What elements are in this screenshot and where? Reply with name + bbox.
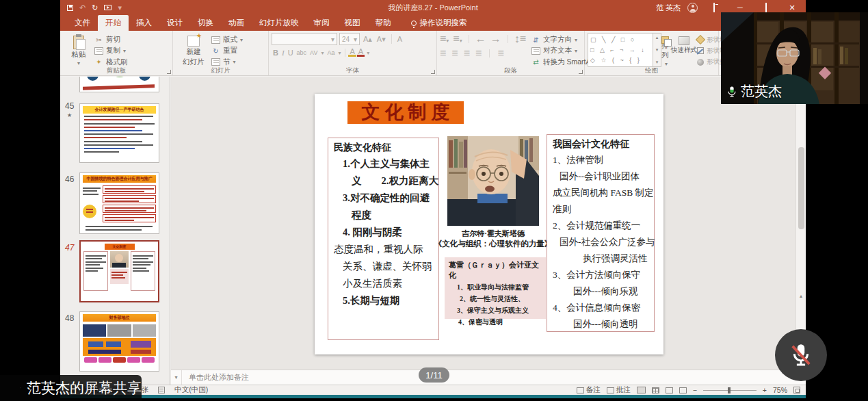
normal-view-icon[interactable]: [637, 387, 646, 393]
account-avatar[interactable]: [687, 3, 698, 13]
china-accounting-culture-textbox[interactable]: 我国会计文化特征 1、法律管制 国外--会计职业团体 成立民间机构 FASB 制…: [547, 134, 655, 332]
previous-slide-icon[interactable]: ▴: [800, 293, 802, 299]
thumbnail-slide-44-partial[interactable]: [79, 77, 159, 92]
vertical-scrollbar[interactable]: ▴ ▴ ▾: [795, 77, 806, 370]
italic-button[interactable]: I: [280, 49, 286, 57]
slideshow-view-icon[interactable]: [679, 387, 687, 393]
microphone-muted-button[interactable]: [775, 329, 827, 381]
group-label-font: 字体: [269, 66, 436, 75]
shapes-gallery-scrollbar[interactable]: ▴ ▾ ▾: [653, 33, 661, 67]
status-bar: 幻灯片 第 47 张, 共 48 张 中文(中国) 备注 批注 − + 75%: [60, 385, 806, 395]
shapes-scroll-down-icon: ▾: [656, 47, 659, 53]
increase-indent-button[interactable]: →: [490, 33, 501, 45]
thumbnail-45-title: 会计发展路径—产学研结合: [83, 106, 156, 114]
group-label-slides: 幻灯片: [173, 66, 268, 75]
thumbnail-slide-46[interactable]: 中国情境的特色管理会计应用与推广: [79, 172, 159, 234]
thumbnail-48-diagram: [83, 338, 156, 356]
tab-file[interactable]: 文件: [67, 15, 98, 31]
notes-collapse-button[interactable]: ▾: [171, 370, 182, 385]
change-case-button[interactable]: Aa: [326, 49, 336, 56]
arrange-button[interactable]: 排列 ▾: [661, 33, 671, 67]
tell-me-search[interactable]: 操作说明搜索: [411, 15, 467, 31]
language-text[interactable]: 中文(中国): [174, 385, 208, 395]
mic-active-icon: [21, 380, 21, 396]
format-painter-icon: ✦: [94, 58, 103, 66]
page-indicator-badge: 1/11: [419, 367, 449, 383]
comments-toggle-button[interactable]: 批注: [607, 385, 631, 395]
character-spacing-button[interactable]: AV: [308, 49, 319, 56]
align-center-button[interactable]: ≡: [451, 47, 458, 60]
slide-canvas[interactable]: 文化制度 民族文化特征 1.个人主义与集体主 义 2.权力距离大 3.对不确定性…: [315, 94, 663, 354]
thumbnail-slide-45[interactable]: 会计发展路径—产学研结合: [79, 103, 159, 163]
format-painter-button[interactable]: ✦ 格式刷: [94, 57, 128, 67]
section-button[interactable]: 节 ▾: [211, 57, 243, 67]
ribbon-display-options-button[interactable]: [705, 0, 724, 15]
zoom-in-button[interactable]: +: [763, 386, 767, 394]
close-button[interactable]: ✕: [782, 0, 802, 15]
grow-font-button[interactable]: A▴: [362, 35, 373, 44]
gray-subculture-box[interactable]: 葛雷（Ｇｒａｙ）会计亚文化 1、职业导向与法律监管 2、统一性与灵活性、 3、保…: [445, 257, 546, 319]
slide-title-banner[interactable]: 文化制度: [347, 101, 464, 124]
shrink-font-button[interactable]: A▾: [376, 35, 387, 44]
zoom-slider[interactable]: [703, 390, 757, 391]
minimize-button[interactable]: ─: [731, 0, 750, 15]
thumbnail-47-body: [81, 251, 158, 291]
screen-share-text: 范英杰的屏幕共享: [27, 378, 142, 398]
thumbnail-46-title: 中国情境的特色管理会计应用与推广: [83, 175, 156, 183]
decrease-indent-button[interactable]: ←: [475, 33, 486, 45]
tab-review[interactable]: 审阅: [306, 15, 337, 31]
hofstede-photo[interactable]: [447, 136, 539, 226]
maximize-button[interactable]: [757, 0, 776, 15]
left-box-line: 义 2.权力距离大: [352, 172, 433, 190]
new-slide-button[interactable]: 新建 幻灯片: [176, 33, 211, 67]
columns-button[interactable]: ≡: [497, 47, 503, 60]
zoom-out-button[interactable]: −: [693, 386, 697, 394]
webcam-video-tile[interactable]: 范英杰: [721, 12, 868, 104]
scrollbar-thumb[interactable]: [798, 147, 804, 229]
clear-formatting-button[interactable]: A: [396, 35, 404, 43]
shapes-gallery[interactable]: ▢ ╲ ╱ □ ○ □ △ ⌐ ¬ → ↓ ◇ ☆ ( ~ { }: [588, 33, 653, 67]
tab-animations[interactable]: 动画: [221, 15, 252, 31]
layout-button[interactable]: 版式 ▾: [211, 35, 243, 44]
slide-sorter-view-icon[interactable]: [652, 387, 659, 393]
font-size-combobox[interactable]: 24▾: [339, 33, 360, 45]
font-name-combobox[interactable]: ▾: [272, 33, 337, 45]
strikethrough-button[interactable]: abc: [295, 49, 308, 56]
national-culture-textbox[interactable]: 民族文化特征 1.个人主义与集体主 义 2.权力距离大 3.对不确定性的回避 程…: [328, 138, 439, 340]
copy-button[interactable]: 复制 ▾: [94, 46, 128, 55]
zoom-percent[interactable]: 75%: [773, 386, 787, 394]
thumbnail-slide-47-selected[interactable]: 文化制度: [79, 240, 159, 302]
paste-button[interactable]: 粘贴 ▾: [63, 33, 94, 67]
highlight-color-button[interactable]: A: [348, 49, 356, 57]
underline-button[interactable]: U: [287, 49, 295, 57]
notes-toggle-button[interactable]: 备注: [577, 385, 601, 395]
spellcheck-icon[interactable]: [158, 387, 165, 393]
quick-styles-button[interactable]: 快速样式: [671, 33, 697, 67]
tab-insert[interactable]: 插入: [129, 15, 159, 31]
reading-view-icon[interactable]: [666, 387, 673, 393]
align-left-button[interactable]: ≡: [440, 47, 446, 60]
bullets-button[interactable]: ≡▾: [440, 33, 449, 45]
font-color-button[interactable]: A: [357, 49, 365, 57]
thumbnail-slide-48[interactable]: 财务部地位: [79, 311, 159, 372]
justify-button[interactable]: ≡: [475, 47, 482, 60]
line-spacing-button[interactable]: ↕≡: [514, 33, 526, 45]
tab-help[interactable]: 帮助: [368, 15, 399, 31]
tab-design[interactable]: 设计: [159, 15, 190, 31]
clipboard-dialog-launcher-icon[interactable]: [167, 70, 171, 74]
align-right-button[interactable]: ≡: [464, 47, 470, 60]
zoom-slider-handle[interactable]: [728, 387, 731, 393]
tab-view[interactable]: 视图: [337, 15, 368, 31]
right-box-line: 国外-社会公众广泛参与: [560, 234, 648, 250]
numbering-button[interactable]: ≡▾: [453, 33, 462, 45]
paragraph-dialog-launcher-icon[interactable]: [579, 70, 583, 74]
fit-to-window-icon[interactable]: [793, 387, 800, 393]
reset-button[interactable]: ↻ 重置: [211, 46, 243, 55]
notes-pane[interactable]: ▾ 单击此处添加备注: [171, 370, 806, 385]
tab-home[interactable]: 开始: [98, 15, 129, 31]
font-dialog-launcher-icon[interactable]: [431, 70, 435, 74]
tab-transitions[interactable]: 切换: [190, 15, 221, 31]
tab-slideshow[interactable]: 幻灯片放映: [252, 15, 306, 31]
cut-button[interactable]: ✂ 剪切: [94, 35, 128, 44]
bold-button[interactable]: B: [272, 49, 280, 57]
